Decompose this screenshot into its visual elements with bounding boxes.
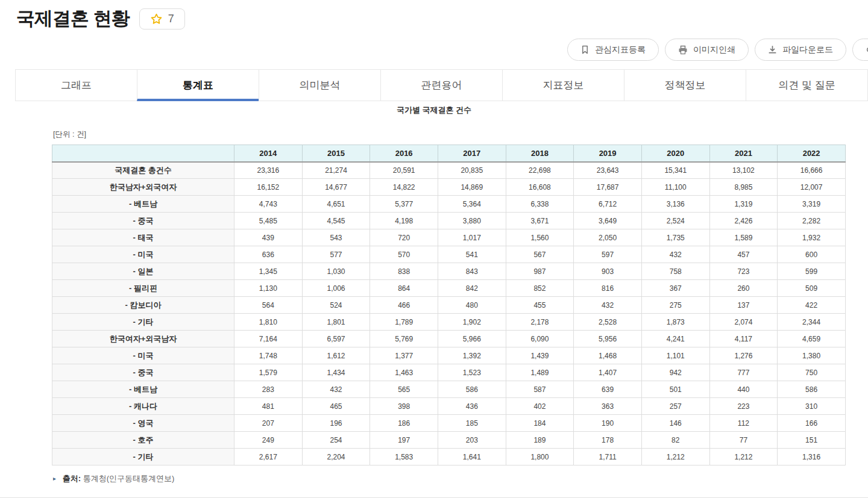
table-row: - 캐나다481465398436402363257223310: [52, 398, 846, 415]
table-title: 국가별 국제결혼 건수: [0, 105, 868, 116]
value-cell: 1,801: [302, 314, 370, 331]
value-cell: 4,651: [302, 196, 370, 213]
value-cell: 422: [778, 297, 846, 314]
value-cell: 197: [370, 432, 438, 449]
row-label: - 기타: [52, 449, 234, 465]
favorite-badge[interactable]: 7: [139, 8, 185, 30]
value-cell: 4,198: [370, 213, 438, 229]
source-marker-icon: ▸: [53, 475, 56, 482]
value-cell: 597: [574, 246, 642, 263]
value-cell: 1,468: [574, 347, 642, 364]
value-cell: 852: [506, 280, 574, 297]
value-cell: 2,344: [778, 314, 846, 331]
value-cell: 1,212: [709, 449, 778, 465]
value-cell: 567: [506, 246, 574, 263]
value-cell: 189: [506, 432, 574, 449]
action-buttons: 관심지표등록 이미지인쇄 파일다운로드 URL복사: [567, 39, 868, 61]
value-cell: 1,212: [641, 449, 709, 465]
value-cell: 14,822: [370, 179, 438, 196]
bookmark-label: 관심지표등록: [595, 45, 646, 55]
value-cell: 1,560: [506, 229, 574, 246]
value-cell: 20,591: [370, 162, 438, 179]
value-cell: 2,528: [574, 314, 642, 331]
table-row: - 중국1,5791,4341,4631,5231,4891,407942777…: [52, 364, 846, 381]
value-cell: 6,090: [506, 331, 574, 347]
bookmark-indicator-button[interactable]: 관심지표등록: [567, 39, 659, 61]
table-header-row: 201420152016201720182019202020212022: [52, 145, 846, 162]
row-label: - 태국: [52, 229, 234, 246]
value-cell: 5,377: [370, 196, 438, 213]
value-cell: 1,345: [234, 263, 303, 280]
value-cell: 196: [302, 415, 370, 432]
value-cell: 565: [370, 381, 438, 398]
statistics-table: 201420152016201720182019202020212022 국제결…: [52, 145, 846, 465]
value-cell: 1,439: [506, 347, 574, 364]
value-cell: 137: [709, 297, 778, 314]
value-cell: 249: [234, 432, 303, 449]
row-label: - 미국: [52, 246, 234, 263]
year-header-cell: 2019: [574, 145, 642, 162]
table-row: 국제결혼 총건수23,31621,27420,59120,83522,69823…: [52, 162, 846, 179]
value-cell: 2,426: [709, 213, 778, 229]
value-cell: 77: [709, 432, 778, 449]
file-download-button[interactable]: 파일다운로드: [755, 39, 846, 61]
row-label: 한국여자+외국남자: [52, 331, 234, 347]
value-cell: 541: [438, 246, 506, 263]
value-cell: 398: [370, 398, 438, 415]
value-cell: 587: [506, 381, 574, 398]
row-label: 국제결혼 총건수: [52, 162, 234, 179]
value-cell: 13,102: [709, 162, 778, 179]
table-row: 한국남자+외국여자16,15214,67714,82214,86916,6081…: [52, 179, 846, 196]
row-label: - 베트남: [52, 381, 234, 398]
value-cell: 5,956: [574, 331, 642, 347]
bookmark-icon: [580, 45, 590, 54]
favorite-count: 7: [168, 13, 174, 25]
value-cell: 146: [641, 415, 709, 432]
tab-indicator-info[interactable]: 지표정보: [502, 69, 624, 101]
statistics-table-wrap: 201420152016201720182019202020212022 국제결…: [52, 145, 846, 465]
tab-related-terms[interactable]: 관련용어: [380, 69, 503, 101]
value-cell: 1,748: [234, 347, 303, 364]
value-cell: 816: [574, 280, 642, 297]
year-header-cell: 2022: [778, 145, 846, 162]
star-icon: [150, 13, 163, 25]
value-cell: 16,666: [778, 162, 846, 179]
value-cell: 20,835: [438, 162, 506, 179]
row-label: - 중국: [52, 364, 234, 381]
value-cell: 636: [234, 246, 303, 263]
tab-policy-info[interactable]: 정책정보: [624, 69, 746, 101]
table-row: - 필리핀1,1301,006864842852816367260509: [52, 280, 846, 297]
tab-meaning-analysis[interactable]: 의미분석: [259, 69, 381, 101]
value-cell: 639: [574, 381, 642, 398]
row-label: - 캄보디아: [52, 297, 234, 314]
source-line: ▸ 출처: 통계청(인구동태통계연보): [53, 473, 868, 484]
value-cell: 2,282: [778, 213, 846, 229]
value-cell: 1,579: [234, 364, 303, 381]
value-cell: 942: [641, 364, 709, 381]
value-cell: 1,810: [234, 314, 303, 331]
tab-graph[interactable]: 그래프: [15, 69, 137, 101]
value-cell: 2,050: [574, 229, 642, 246]
value-cell: 4,545: [302, 213, 370, 229]
year-header-cell: 2016: [370, 145, 438, 162]
value-cell: 310: [778, 398, 846, 415]
value-cell: 481: [234, 398, 303, 415]
value-cell: 509: [778, 280, 846, 297]
value-cell: 190: [574, 415, 642, 432]
value-cell: 758: [641, 263, 709, 280]
value-cell: 186: [370, 415, 438, 432]
row-label: - 기타: [52, 314, 234, 331]
tab-opinions-questions[interactable]: 의견 및 질문: [746, 69, 868, 101]
tab-statistics-table[interactable]: 통계표: [137, 69, 259, 101]
value-cell: 257: [641, 398, 709, 415]
value-cell: 570: [370, 246, 438, 263]
value-cell: 843: [438, 263, 506, 280]
value-cell: 2,617: [234, 449, 303, 465]
copy-url-button[interactable]: URL복사: [852, 39, 868, 61]
print-image-button[interactable]: 이미지인쇄: [665, 39, 749, 61]
table-row: - 호주2492541972031891788277151: [52, 432, 846, 449]
value-cell: 1,932: [778, 229, 846, 246]
table-row: - 영국207196186185184190146112166: [52, 415, 846, 432]
value-cell: 457: [709, 246, 778, 263]
value-cell: 1,589: [709, 229, 778, 246]
